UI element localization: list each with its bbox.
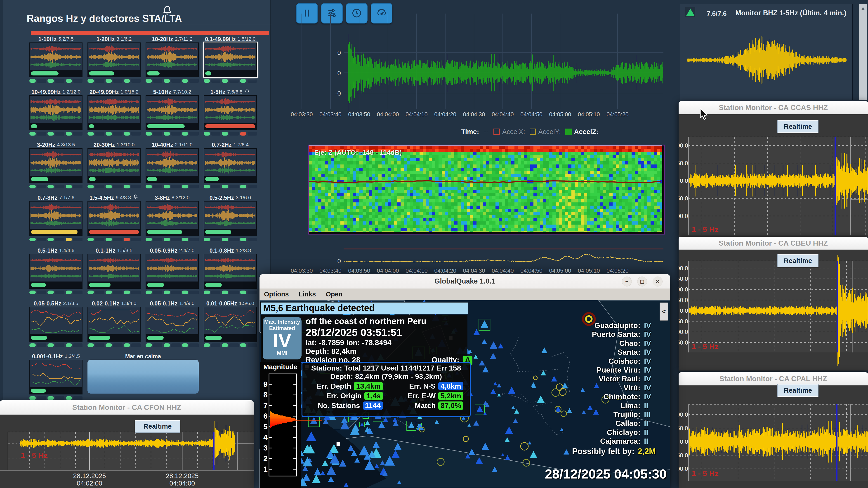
band-thumbnail[interactable]: 0.7-8Hz7.1/7.6 (29, 194, 83, 241)
band-thumbnail[interactable]: 0.7-2Hz1.7/6.4 (204, 141, 257, 188)
menu-options[interactable]: Options (264, 291, 289, 298)
band-thumbnail[interactable]: 0.5-1Hz1.4/4.6 (29, 247, 83, 294)
band-thumbnail[interactable]: 0.001-0.1Hz1.2/4.5 (29, 353, 83, 400)
band-thumbnail[interactable]: 0.01-0.05Hz1.5/6.0 (204, 300, 257, 347)
y-tick-label: -50,0 (679, 452, 688, 459)
time-tick-label: 04:04:30 (463, 267, 485, 274)
realtime-button[interactable]: Realtime (778, 384, 818, 397)
band-ratio: 1.7/6.4 (234, 142, 249, 148)
window-titlebar[interactable]: GlobalQuake 1.0.1 − ◻ ✕ (259, 274, 670, 289)
bell-icon[interactable] (161, 5, 173, 18)
scrollbar[interactable]: ▲ (859, 4, 867, 100)
city-intensity: IV (644, 366, 656, 375)
band-thumbnail[interactable]: 3-8Hz8.3/12.0 (146, 194, 199, 241)
indicator-pill (66, 344, 72, 347)
indicator-pill (66, 396, 72, 400)
band-thumbnail[interactable]: 0.02-0.1Hz1.3/4.0 (88, 300, 141, 347)
band-thumbnail[interactable]: 20-49.99Hz1.0/15.2 (88, 89, 141, 135)
band-progress-track (204, 176, 256, 183)
band-waveform (146, 96, 198, 122)
band-thumbnail[interactable]: 10-20Hz2.7/11.2 (146, 36, 199, 83)
band-thumbnail[interactable]: 1.5-4.5Hz9.4/8.8 (88, 194, 141, 241)
legend-item[interactable]: AccelZ: (565, 128, 598, 135)
metric-value-badge: 1144 (363, 401, 383, 410)
band-ratio: 2.1/3.5 (63, 300, 78, 306)
city-intensity-row: Chimbote:IV (603, 392, 656, 401)
indicator-track (189, 291, 199, 294)
band-waveform (204, 201, 256, 228)
map-area[interactable]: M5,6 Earthquake detected Max. Intensity … (259, 300, 670, 488)
band-range: 3-20Hz (37, 142, 55, 148)
band-chart (204, 201, 257, 236)
band-thumbnail[interactable]: 10-49.99Hz1.2/12.0 (29, 89, 83, 135)
band-thumbnail[interactable]: 0.05-0.9Hz2.4/7.0 (146, 247, 199, 294)
realtime-button[interactable]: Realtime (135, 420, 180, 432)
band-chart (146, 201, 199, 236)
maximize-button[interactable]: ◻ (637, 276, 647, 287)
time-tick-label: 04:05:20 (607, 267, 628, 274)
band-chart (88, 307, 141, 341)
y-tick-label: 100,0 (679, 411, 688, 418)
minimize-button[interactable]: − (622, 276, 632, 287)
band-filter-label: 1 - 5 Hz (21, 451, 48, 460)
time-tick-label: 04:04:40 (492, 111, 514, 118)
band-waveform (204, 43, 256, 69)
band-thumbnail[interactable]: 0.05-0.1Hz1.4/9.0 (146, 300, 199, 347)
band-thumbnail[interactable]: 0.05-0.5Hz2.1/3.5 (29, 300, 83, 347)
band-thumbnail[interactable]: 1-20Hz3.1/6.2 (88, 36, 141, 83)
band-waveform (146, 149, 198, 175)
indicator-pill (164, 344, 170, 347)
indicator-pill (164, 132, 170, 135)
menu-open[interactable]: Open (326, 291, 342, 298)
indicator-track (95, 238, 104, 241)
legend-series-label: AccelX: (502, 128, 525, 135)
band-thumbnail[interactable]: 5-10Hz7.7/10.2 (146, 89, 199, 135)
band-chart (29, 254, 83, 289)
alert-depth: Depth: 82,4km (306, 347, 466, 356)
realtime-button[interactable]: Realtime (778, 254, 818, 267)
indicator-pill (29, 396, 36, 400)
indicator-track (248, 79, 257, 83)
band-indicator-dots (204, 291, 257, 294)
band-thumbnail[interactable]: 0.1-49.99Hz1.5/12.0 (204, 36, 257, 83)
time-tick-label: 04:03:30 (291, 111, 313, 118)
station-triangle-icon (685, 7, 695, 18)
band-thumbnail[interactable]: 10-40Hz2.1/11.0 (146, 141, 199, 188)
stations-stats-panel: Stations: Total 1217 Used 1144/1217 Err … (302, 362, 471, 417)
alert-headline: M5,6 Earthquake detected (260, 302, 468, 314)
band-thumbnail[interactable]: 0.5-2.5Hz3.1/6.0 (204, 194, 257, 241)
band-chart (29, 360, 83, 394)
magnitude-tick: 1 (260, 465, 268, 474)
band-range: 0.1-49.99Hz (205, 36, 236, 42)
realtime-button[interactable]: Realtime (778, 120, 818, 133)
indicator-track (73, 132, 83, 135)
legend-swatch (565, 129, 572, 135)
city-intensity: IV (644, 321, 656, 330)
indicator-pill (66, 185, 72, 188)
band-filter-label: 1 - 5 Hz (692, 225, 719, 234)
close-button[interactable]: ✕ (653, 276, 662, 287)
magnitude-tick: 4 (260, 433, 268, 442)
band-thumbnail[interactable]: 20-30Hz1.3/10.0 (88, 141, 141, 188)
band-ratio: 2.1/11.0 (175, 142, 193, 148)
indicator-track (229, 238, 239, 241)
metric-value-badge: 13,4km (354, 382, 383, 390)
band-thumbnail[interactable]: 3-20Hz4.8/13.5 (29, 141, 83, 188)
menu-links[interactable]: Links (299, 291, 316, 298)
band-thumbnail[interactable]: 0.1-0.8Hz1.2/3.8 (204, 247, 257, 294)
legend-item[interactable]: AccelX: (493, 128, 525, 135)
legend-time-label: Time: (461, 128, 479, 135)
scroll-up-arrow[interactable]: ▲ (859, 5, 867, 11)
menubar: Options Links Open (259, 289, 670, 300)
band-thumbnail[interactable]: 1-10Hz5.2/7.5 (29, 36, 83, 83)
band-progress-fill (147, 71, 160, 75)
legend-item[interactable]: AccelY: (530, 128, 561, 135)
band-chart (204, 307, 257, 341)
band-thumbnail[interactable]: 0.1-1Hz1.5/3.5 (88, 247, 141, 294)
indicator-track (113, 344, 123, 347)
indicator-pill (88, 344, 94, 347)
indicator-track (229, 132, 239, 135)
time-tick-label: 04:05:10 (578, 267, 600, 274)
band-thumbnail[interactable]: 1-5Hz7.6/6.8 (204, 89, 257, 135)
sidebar-collapse-button[interactable]: < (659, 302, 668, 321)
